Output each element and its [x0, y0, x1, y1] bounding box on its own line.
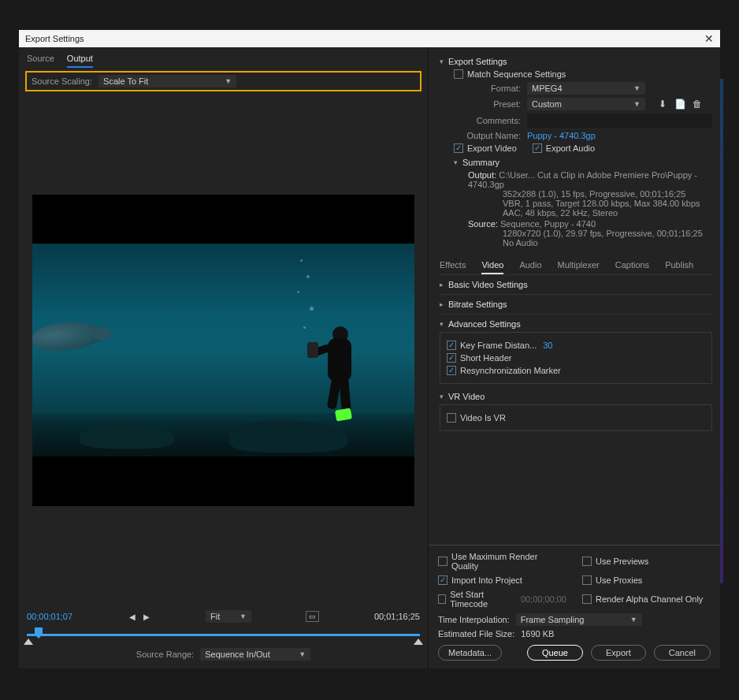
match-sequence-checkbox[interactable]: Match Sequence Settings: [454, 69, 566, 79]
summary-title: Summary: [462, 158, 499, 167]
summary-source-label: Source:: [468, 219, 498, 229]
summary-header[interactable]: ▾ Summary: [454, 158, 712, 167]
match-sequence-label: Match Sequence Settings: [467, 69, 566, 79]
export-button[interactable]: Export: [591, 645, 646, 661]
tab-output[interactable]: Output: [67, 50, 93, 68]
preset-value: Custom: [532, 99, 562, 109]
video-is-vr-checkbox[interactable]: Video Is VR: [447, 413, 506, 423]
source-scaling-row: Source Scaling: Scale To Fit ▼: [25, 71, 421, 91]
chevron-down-icon: ▼: [299, 650, 306, 658]
summary-source-line: No Audio: [503, 238, 712, 248]
time-interpolation-select[interactable]: Frame Sampling ▼: [516, 613, 642, 626]
advanced-title: Advanced Settings: [448, 319, 521, 329]
output-name-link[interactable]: Puppy - 4740.3gp: [527, 131, 596, 140]
preview-image: [32, 244, 414, 456]
source-scaling-select[interactable]: Scale To Fit ▼: [98, 75, 236, 88]
max-render-quality-checkbox[interactable]: Use Maximum Render Quality: [438, 552, 566, 571]
short-header-label: Short Header: [460, 353, 511, 363]
import-project-label: Import Into Project: [451, 575, 522, 585]
preview-tabs: Source Output: [19, 47, 428, 68]
close-icon[interactable]: ✕: [704, 32, 714, 45]
chevron-right-icon: ▸: [440, 300, 444, 308]
footer: Use Maximum Render Quality Use Previews …: [429, 545, 720, 668]
vr-video-title: VR Video: [448, 392, 485, 401]
preset-select[interactable]: Custom ▼: [527, 98, 645, 110]
out-point-handle[interactable]: [414, 639, 423, 645]
tab-effects[interactable]: Effects: [440, 257, 466, 274]
time-interpolation-label: Time Interpolation:: [438, 615, 510, 624]
tab-captions[interactable]: Captions: [615, 257, 649, 274]
video-is-vr-label: Video Is VR: [460, 413, 506, 423]
seal-shape: [32, 319, 104, 353]
set-start-tc-label: Set Start Timecode: [450, 590, 511, 609]
advanced-header[interactable]: ▾ Advanced Settings: [440, 319, 712, 329]
keyframe-distance-checkbox[interactable]: Key Frame Distan...: [447, 341, 537, 350]
max-render-label: Use Maximum Render Quality: [451, 552, 566, 571]
current-timecode[interactable]: 00;00;01;07: [27, 612, 72, 621]
queue-button[interactable]: Queue: [527, 645, 583, 661]
metadata-button[interactable]: Metadata...: [438, 645, 502, 661]
timeline[interactable]: [27, 627, 420, 642]
source-scaling-value: Scale To Fit: [103, 76, 148, 86]
render-alpha-checkbox[interactable]: Render Alpha Channel Only: [582, 590, 711, 609]
estimated-size-value: 1690 KB: [521, 629, 554, 639]
output-name-label: Output Name:: [454, 131, 521, 140]
tab-multiplexer[interactable]: Multiplexer: [558, 257, 600, 274]
chevron-down-icon: ▼: [225, 77, 232, 85]
tab-audio[interactable]: Audio: [519, 257, 541, 274]
keyframe-distance-value[interactable]: 30: [543, 341, 552, 350]
scrollbar-accent: [720, 79, 723, 583]
use-previews-label: Use Previews: [596, 557, 648, 566]
tab-publish[interactable]: Publish: [665, 257, 693, 274]
playhead[interactable]: [35, 627, 43, 639]
chevron-down-icon: ▾: [454, 158, 458, 166]
vr-video-header[interactable]: ▾ VR Video: [440, 392, 712, 401]
zoom-value: Fit: [210, 612, 220, 621]
format-select[interactable]: MPEG4 ▼: [527, 82, 645, 95]
use-proxies-checkbox[interactable]: Use Proxies: [582, 575, 711, 585]
delete-preset-icon[interactable]: 🗑: [691, 98, 704, 110]
comments-input[interactable]: [527, 114, 712, 128]
export-video-checkbox[interactable]: Export Video: [454, 143, 517, 153]
titlebar: Export Settings ✕: [19, 30, 720, 47]
resync-marker-checkbox[interactable]: Resynchronization Marker: [447, 366, 561, 375]
cancel-button[interactable]: Cancel: [654, 645, 711, 661]
advanced-panel: Key Frame Distan... 30 Short Header: [440, 332, 712, 384]
import-into-project-checkbox[interactable]: Import Into Project: [438, 575, 566, 585]
zoom-select[interactable]: Fit ▼: [206, 610, 251, 623]
preview-frame: [32, 195, 414, 506]
export-audio-checkbox[interactable]: Export Audio: [533, 143, 595, 153]
set-start-timecode-checkbox[interactable]: Set Start Timecode 00;00;00;00: [438, 590, 566, 609]
bitrate-title: Bitrate Settings: [448, 300, 507, 309]
diver-shape: [312, 315, 367, 425]
short-header-checkbox[interactable]: Short Header: [447, 353, 511, 363]
step-back-icon[interactable]: ◀: [128, 612, 137, 621]
preset-label: Preset:: [454, 99, 521, 109]
source-range-value: Sequence In/Out: [205, 650, 270, 659]
save-preset-icon[interactable]: ⬇: [656, 98, 669, 110]
summary-output: Output: C:\User... Cut a Clip in Adobe P…: [468, 170, 712, 218]
basic-video-title: Basic Video Settings: [448, 280, 528, 289]
import-preset-icon[interactable]: 📄: [674, 98, 686, 110]
start-tc-value: 00;00;00;00: [521, 594, 566, 604]
basic-video-header[interactable]: ▸ Basic Video Settings: [440, 280, 712, 289]
source-range-select[interactable]: Sequence In/Out ▼: [200, 648, 310, 661]
summary-output-line: AAC, 48 kbps, 22 kHz, Stereo: [503, 208, 712, 218]
chevron-right-icon: ▸: [440, 281, 444, 289]
aspect-ratio-icon[interactable]: ▭: [306, 611, 319, 622]
bitrate-header[interactable]: ▸ Bitrate Settings: [440, 300, 712, 309]
in-point-handle[interactable]: [24, 639, 33, 645]
render-alpha-label: Render Alpha Channel Only: [596, 594, 703, 604]
preview-controls: 00;00;01;07 ◀ ▶ Fit ▼ ▭ 00;01;16;25: [19, 605, 428, 668]
export-audio-label: Export Audio: [546, 143, 595, 153]
chevron-down-icon: ▾: [440, 320, 444, 328]
right-panel: ▾ Export Settings Match Sequence Setting…: [429, 47, 720, 668]
summary-output-line: C:\User... Cut a Clip in Adobe Premiere …: [468, 170, 697, 189]
export-settings-header[interactable]: ▾ Export Settings: [440, 57, 712, 66]
step-forward-icon[interactable]: ▶: [142, 612, 151, 621]
chevron-down-icon: ▾: [440, 393, 444, 400]
tab-video[interactable]: Video: [481, 257, 503, 274]
chevron-down-icon: ▾: [440, 58, 444, 65]
tab-source[interactable]: Source: [27, 50, 54, 68]
use-previews-checkbox[interactable]: Use Previews: [582, 552, 711, 571]
